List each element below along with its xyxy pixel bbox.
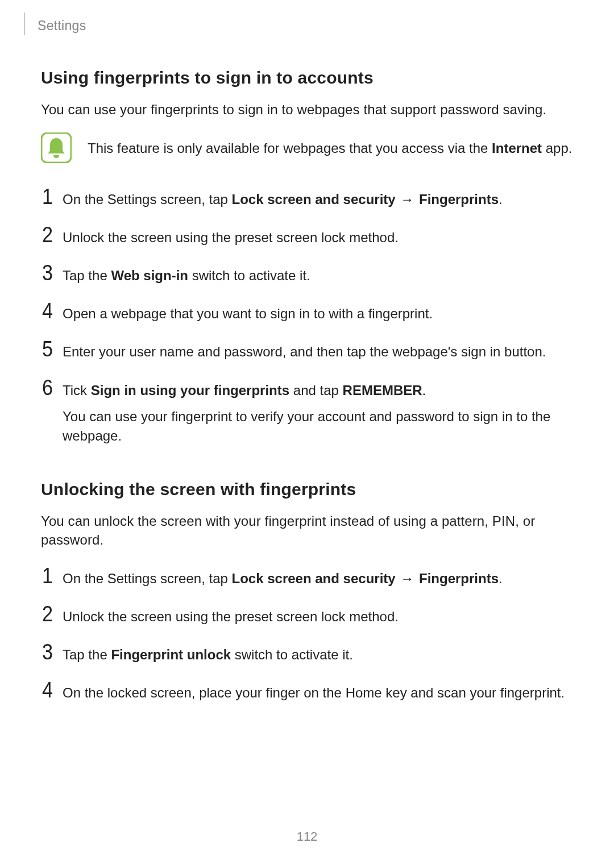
bold-span: Fingerprints <box>419 192 499 207</box>
step-number: 3 <box>42 641 60 663</box>
step-number: 2 <box>42 224 60 246</box>
note-suffix: app. <box>542 140 572 156</box>
step-number: 1 <box>42 565 60 587</box>
list-item: 3 Tap the Fingerprint unlock switch to a… <box>42 641 574 665</box>
text-span: . <box>499 571 503 586</box>
bold-span: Lock screen and security <box>232 192 396 207</box>
page: Settings Using fingerprints to sign in t… <box>0 0 614 868</box>
section1-intro: You can use your fingerprints to sign in… <box>41 100 574 119</box>
step-text: On the Settings screen, tap Lock screen … <box>63 565 574 588</box>
step-text: Tap the Fingerprint unlock switch to act… <box>63 641 574 665</box>
bold-span: Web sign-in <box>111 268 188 283</box>
breadcrumb: Settings <box>0 13 614 35</box>
step-number: 6 <box>42 377 60 398</box>
section1-title: Using fingerprints to sign in to account… <box>41 68 574 88</box>
bell-icon <box>41 132 72 163</box>
bold-span: Fingerprint unlock <box>111 647 231 662</box>
step-text: Tap the Web sign-in switch to activate i… <box>63 262 574 285</box>
text-span: . <box>422 383 426 398</box>
content: Using fingerprints to sign in to account… <box>0 68 614 703</box>
list-item: 4 Open a webpage that you want to sign i… <box>42 300 574 323</box>
step-text: Tick Sign in using your fingerprints and… <box>63 377 574 446</box>
step-text: Enter your user name and password, and t… <box>63 338 574 362</box>
step-number: 5 <box>42 338 60 360</box>
text-span: Tap the <box>63 647 111 662</box>
arrow-span: → <box>396 571 419 586</box>
text-span: . <box>499 192 503 207</box>
list-item: 6 Tick Sign in using your fingerprints a… <box>42 377 574 446</box>
list-item: 3 Tap the Web sign-in switch to activate… <box>42 262 574 285</box>
list-item: 2 Unlock the screen using the preset scr… <box>42 603 574 626</box>
header-divider <box>24 13 25 35</box>
step-subtext: You can use your fingerprint to verify y… <box>63 407 574 446</box>
text-span: Tick <box>63 383 91 398</box>
step-text: Open a webpage that you want to sign in … <box>63 300 574 323</box>
note-prefix: This feature is only available for webpa… <box>88 140 492 156</box>
step-text: Unlock the screen using the preset scree… <box>63 603 574 626</box>
list-item: 2 Unlock the screen using the preset scr… <box>42 224 574 247</box>
bold-span: Fingerprints <box>419 571 499 586</box>
step-number: 1 <box>42 186 60 207</box>
section1-steps: 1 On the Settings screen, tap Lock scree… <box>41 186 574 446</box>
list-item: 5 Enter your user name and password, and… <box>42 338 574 362</box>
text-span: On the Settings screen, tap <box>63 571 232 586</box>
step-text: Unlock the screen using the preset scree… <box>63 224 574 247</box>
section2-intro: You can unlock the screen with your fing… <box>41 512 574 549</box>
step-text: On the locked screen, place your finger … <box>63 679 574 703</box>
section2-steps: 1 On the Settings screen, tap Lock scree… <box>41 565 574 703</box>
note-text: This feature is only available for webpa… <box>88 139 572 157</box>
list-item: 1 On the Settings screen, tap Lock scree… <box>42 186 574 209</box>
note-bold: Internet <box>492 140 542 156</box>
list-item: 1 On the Settings screen, tap Lock scree… <box>42 565 574 588</box>
text-span: switch to activate it. <box>231 647 353 662</box>
list-item: 4 On the locked screen, place your finge… <box>42 679 574 703</box>
bold-span: Sign in using your fingerprints <box>91 383 289 398</box>
note-block: This feature is only available for webpa… <box>41 132 574 163</box>
breadcrumb-text: Settings <box>38 14 86 34</box>
text-span: On the Settings screen, tap <box>63 192 232 207</box>
text-span: and tap <box>289 383 342 398</box>
step-number: 2 <box>42 603 60 625</box>
bold-span: REMEMBER <box>343 383 422 398</box>
bold-span: Lock screen and security <box>232 571 396 586</box>
step-number: 3 <box>42 262 60 284</box>
page-number: 112 <box>0 829 614 844</box>
text-span: switch to activate it. <box>188 268 310 283</box>
step-number: 4 <box>42 300 60 322</box>
arrow-span: → <box>396 192 419 207</box>
step-number: 4 <box>42 679 60 701</box>
step-text: On the Settings screen, tap Lock screen … <box>63 186 574 209</box>
section2-title: Unlocking the screen with fingerprints <box>41 480 574 499</box>
text-span: Tap the <box>63 268 111 283</box>
